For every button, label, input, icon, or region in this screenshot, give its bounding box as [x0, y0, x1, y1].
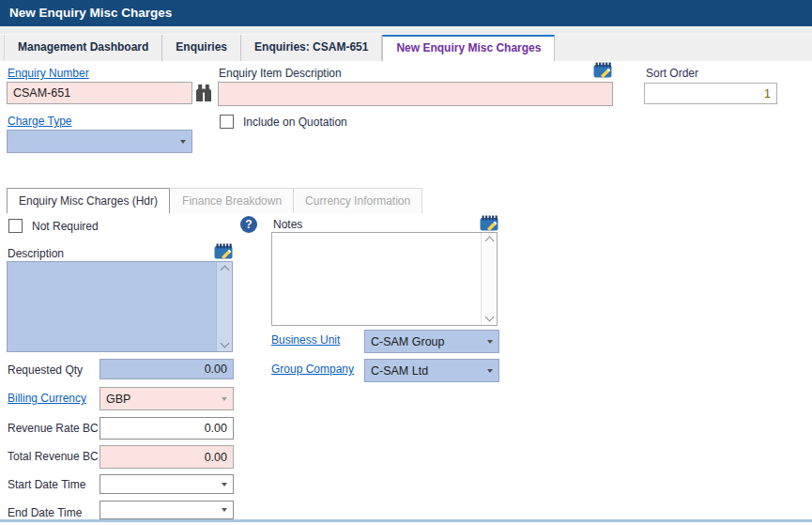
titlebar-gap	[0, 26, 812, 35]
business-unit-dropdown[interactable]: C-SAM Group	[364, 330, 499, 353]
tab-finance-breakdown[interactable]: Finance Breakdown	[170, 188, 294, 213]
revenue-rate-bc-input[interactable]: 0.00	[100, 417, 234, 440]
chevron-down-icon	[222, 508, 227, 512]
charge-type-label[interactable]: Charge Type	[8, 115, 72, 128]
scroll-down-icon[interactable]	[220, 339, 229, 348]
end-date-time-label: End Date Time	[8, 506, 82, 519]
chevron-down-icon	[222, 397, 227, 401]
tab-currency-information[interactable]: Currency Information	[294, 188, 422, 213]
start-date-time-label: Start Date Time	[8, 478, 85, 491]
window-titlebar: New Enquiry Misc Charges	[0, 0, 812, 26]
start-date-time-dropdown[interactable]	[100, 474, 234, 494]
enquiry-number-input[interactable]: CSAM-651	[7, 82, 192, 104]
notes-label: Notes	[273, 218, 302, 231]
group-company-label[interactable]: Group Company	[271, 363, 354, 376]
tab-enquiries[interactable]: Enquiries	[162, 35, 241, 61]
edit-note-icon[interactable]	[214, 243, 233, 259]
scroll-up-icon[interactable]	[220, 266, 229, 275]
include-on-quotation-checkbox[interactable]	[220, 115, 234, 129]
tab-new-enquiry-misc-charges[interactable]: New Enquiry Misc Charges	[382, 35, 555, 61]
end-date-time-dropdown[interactable]	[100, 501, 234, 519]
scroll-up-icon[interactable]	[484, 237, 494, 246]
sort-order-input[interactable]: 1	[644, 83, 777, 104]
description-label: Description	[8, 247, 64, 260]
sort-order-label: Sort Order	[646, 67, 698, 80]
main-tabstrip: Management Dashboard Enquiries Enquiries…	[0, 35, 812, 61]
chevron-down-icon	[222, 483, 227, 486]
include-on-quotation-label: Include on Quotation	[243, 116, 347, 129]
description-textarea[interactable]	[7, 261, 233, 352]
form-content: Enquiry Number CSAM-651 Charge Type Enqu…	[0, 61, 812, 525]
page-title: New Enquiry Misc Charges	[9, 6, 172, 20]
chevron-down-icon	[487, 369, 493, 373]
binoculars-search-icon[interactable]	[195, 84, 212, 102]
chevron-down-icon	[180, 140, 186, 144]
tab-enquiry-misc-charges-hdr[interactable]: Enquiry Misc Charges (Hdr)	[7, 188, 170, 213]
not-required-checkbox[interactable]	[8, 219, 23, 233]
tab-management-dashboard[interactable]: Management Dashboard	[4, 35, 162, 61]
billing-currency-dropdown[interactable]: GBP	[100, 387, 234, 410]
business-unit-label[interactable]: Business Unit	[271, 333, 340, 347]
window-bottom-border	[0, 519, 812, 522]
enquiry-item-description-label: Enquiry Item Description	[219, 67, 342, 80]
edit-note-icon[interactable]	[593, 62, 612, 78]
total-revenue-bc-label: Total Revenue BC	[8, 450, 99, 463]
total-revenue-bc-input[interactable]: 0.00	[100, 445, 234, 469]
detail-tabstrip: Enquiry Misc Charges (Hdr) Finance Break…	[7, 188, 422, 213]
tab-enquiries-csam-651[interactable]: Enquiries: CSAM-651	[241, 35, 382, 61]
scroll-down-icon[interactable]	[484, 313, 494, 322]
help-icon[interactable]: ?	[240, 216, 257, 233]
requested-qty-input[interactable]: 0.00	[100, 359, 234, 379]
not-required-label: Not Required	[32, 220, 99, 233]
group-company-dropdown[interactable]: C-SAM Ltd	[364, 359, 499, 382]
notes-textarea[interactable]	[271, 232, 498, 326]
enquiry-number-label[interactable]: Enquiry Number	[8, 67, 89, 80]
billing-currency-label[interactable]: Billing Currency	[8, 392, 86, 405]
requested-qty-label: Requested Qty	[8, 363, 83, 377]
description-scrollbar[interactable]	[216, 262, 232, 351]
charge-type-dropdown[interactable]	[7, 130, 192, 153]
chevron-down-icon	[487, 340, 493, 344]
edit-note-icon[interactable]	[480, 215, 498, 231]
notes-scrollbar[interactable]	[481, 233, 497, 325]
enquiry-item-description-input[interactable]	[218, 82, 613, 106]
revenue-rate-bc-label: Revenue Rate BC	[8, 422, 99, 435]
app-window: New Enquiry Misc Charges Management Dash…	[0, 0, 812, 525]
